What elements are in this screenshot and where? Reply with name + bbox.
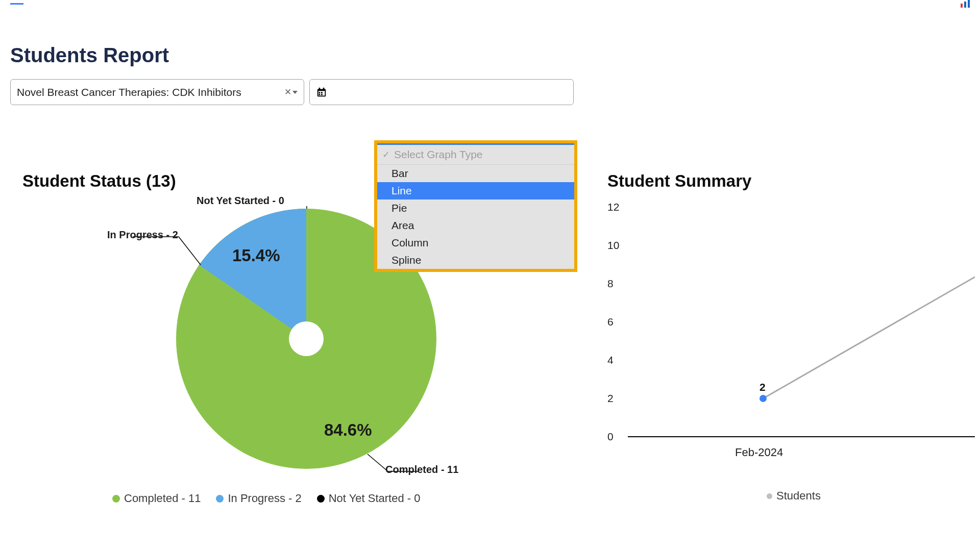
legend-item-in-progress: In Progress - 2 (216, 492, 301, 505)
legend-item-completed: Completed - 11 (112, 492, 201, 505)
legend-dot-icon (767, 493, 772, 499)
y-tick: 0 (607, 431, 614, 443)
plot-line (628, 206, 975, 437)
y-tick: 12 (607, 201, 619, 213)
graph-type-option-area[interactable]: Area (377, 217, 574, 234)
graph-type-option-column[interactable]: Column (377, 234, 574, 252)
pie-label-completed: Completed - 11 (385, 464, 458, 475)
chevron-down-icon[interactable] (292, 91, 298, 94)
check-icon: ✓ (382, 149, 390, 160)
data-point (760, 395, 767, 402)
legend-item-not-started: Not Yet Started - 0 (317, 492, 421, 505)
pie-label-not-started: Not Yet Started - 0 (197, 195, 284, 207)
date-filter-input[interactable] (309, 79, 574, 105)
x-tick: Feb-2024 (735, 446, 783, 459)
graph-type-placeholder-label: Select Graph Type (394, 148, 483, 161)
svg-line-16 (763, 242, 975, 398)
y-tick: 2 (607, 392, 614, 405)
pie-pct-in-progress: 15.4% (232, 246, 280, 265)
legend-dot-icon (317, 495, 325, 503)
graph-type-option-bar[interactable]: Bar (377, 165, 574, 182)
line-legend: Students (607, 489, 980, 503)
graph-type-placeholder: ✓ Select Graph Type (377, 143, 574, 165)
chart-type-icon[interactable] (961, 0, 970, 8)
course-filter-select[interactable]: Novel Breast Cancer Therapies: CDK Inhib… (10, 79, 304, 105)
student-summary-line: 12 10 8 6 4 2 0 2 Feb-2024 (607, 206, 975, 459)
graph-type-dropdown[interactable]: ✓ Select Graph Type Bar Line Pie Area Co… (374, 140, 577, 272)
student-summary-panel: Student Summary 12 10 8 6 4 2 0 2 Feb-20… (607, 171, 980, 505)
graph-type-option-pie[interactable]: Pie (377, 199, 574, 217)
clear-icon[interactable]: ✕ (284, 87, 291, 97)
course-filter-text: Novel Breast Cancer Therapies: CDK Inhib… (17, 86, 241, 98)
calendar-icon (316, 87, 327, 98)
svg-rect-3 (323, 87, 325, 90)
y-tick: 4 (607, 354, 614, 366)
graph-type-option-spline[interactable]: Spline (377, 252, 574, 269)
svg-rect-6 (319, 93, 321, 95)
svg-rect-2 (319, 87, 321, 90)
pie-pct-completed: 84.6% (324, 420, 372, 440)
pie-label-in-progress: In Progress - 2 (107, 229, 178, 241)
menu-icon[interactable] (10, 3, 23, 5)
graph-type-option-line[interactable]: Line (377, 182, 574, 199)
svg-rect-4 (319, 92, 321, 93)
svg-line-14 (368, 454, 388, 471)
svg-rect-5 (321, 92, 323, 93)
y-tick: 10 (607, 239, 619, 252)
legend-label: Completed - 11 (124, 492, 201, 505)
page-title: Students Report (10, 44, 980, 67)
legend-label: In Progress - 2 (228, 492, 301, 505)
y-tick: 8 (607, 278, 614, 290)
student-summary-title: Student Summary (607, 171, 980, 191)
legend-dot-icon (112, 495, 120, 503)
legend-label: Students (776, 489, 821, 503)
legend-label: Not Yet Started - 0 (329, 492, 421, 505)
pie-legend: Completed - 11 In Progress - 2 Not Yet S… (112, 492, 587, 505)
svg-line-12 (179, 237, 201, 265)
data-point-label: 2 (760, 381, 766, 393)
y-tick: 6 (607, 316, 614, 328)
svg-rect-7 (321, 93, 323, 95)
svg-point-9 (289, 321, 324, 356)
legend-dot-icon (216, 495, 224, 503)
